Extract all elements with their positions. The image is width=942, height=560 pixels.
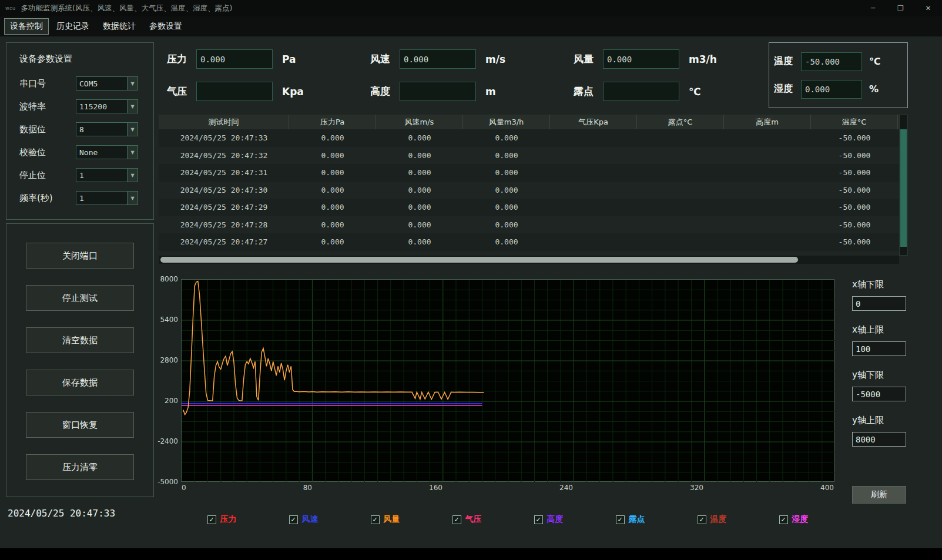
temperature-value-field[interactable]: -50.000 xyxy=(801,52,862,71)
tab-device-control[interactable]: 设备控制 xyxy=(4,18,49,35)
data-bits-select[interactable]: 8▼ xyxy=(76,122,138,136)
altitude-value-field[interactable] xyxy=(400,82,476,101)
baud-rate-select[interactable]: 115200▼ xyxy=(76,99,138,113)
reading-baro-pressure: 气压Kpa xyxy=(159,82,362,101)
cell xyxy=(724,182,811,199)
tab-settings[interactable]: 参数设置 xyxy=(143,18,188,35)
cell: 0.000 xyxy=(376,251,463,256)
save-data-button[interactable]: 保存数据 xyxy=(26,370,134,395)
cell: 2024/05/25 20:47:29 xyxy=(159,199,289,216)
axis-x-min: x轴下限0 xyxy=(852,279,908,311)
table-row[interactable]: 2024/05/25 20:47:330.0000.0000.000-50.00… xyxy=(159,129,899,147)
toggle-air-volume[interactable]: ✓风量 xyxy=(371,514,400,525)
chevron-down-icon[interactable]: ▼ xyxy=(127,77,138,90)
cell: -50.000 xyxy=(811,182,898,199)
column-header: 气压Kpa xyxy=(550,115,637,129)
reading-pressure: 压力0.000Pa xyxy=(159,49,362,69)
series-orange xyxy=(183,281,484,415)
stop-test-button[interactable]: 停止测试 xyxy=(26,285,134,311)
parity-select[interactable]: None▼ xyxy=(76,145,138,159)
stop-bits-select[interactable]: 1▼ xyxy=(76,168,138,182)
baro-pressure-value-field[interactable] xyxy=(196,82,273,101)
toggle-wind-speed[interactable]: ✓风速 xyxy=(289,514,319,525)
humidity-value-field[interactable]: 0.000 xyxy=(801,80,862,99)
table-row[interactable]: 2024/05/25 20:47:310.0000.0000.000-50.00… xyxy=(159,164,899,182)
toggle-dew-point[interactable]: ✓露点 xyxy=(616,514,645,525)
column-header: 压力Pa xyxy=(289,115,376,129)
table-row[interactable]: 2024/05/25 20:47:320.0000.0000.000-50.00… xyxy=(159,147,899,165)
y-tick-label: -5000 xyxy=(157,478,178,486)
clear-data-button[interactable]: 清空数据 xyxy=(26,327,134,353)
dew-point-value-field[interactable] xyxy=(603,82,679,101)
app-icon: wcu xyxy=(5,6,16,11)
table-row[interactable]: 2024/05/25 20:47:270.0000.0000.000-50.00… xyxy=(159,233,899,251)
wind-speed-value-field[interactable]: 0.000 xyxy=(400,49,476,69)
toggle-altitude[interactable]: ✓高度 xyxy=(534,514,564,525)
checkbox-icon[interactable]: ✓ xyxy=(779,515,788,524)
serial-port-select[interactable]: COM5▼ xyxy=(76,76,138,90)
table-row[interactable]: 2024/05/25 20:47:260.0000.0000.000-50.00… xyxy=(159,251,899,256)
horizontal-scrollbar[interactable] xyxy=(159,256,899,264)
tab-history[interactable]: 历史记录 xyxy=(51,18,95,35)
window-title: 多功能监测系统(风压、风速、风量、大气压、温度、湿度、露点) xyxy=(21,4,233,14)
pressure-value-field[interactable]: 0.000 xyxy=(196,49,273,69)
checkbox-icon[interactable]: ✓ xyxy=(289,515,298,524)
dew-point-label: 露点 xyxy=(565,85,603,98)
baro-pressure-unit: Kpa xyxy=(282,86,304,98)
wind-speed-label: 风速 xyxy=(362,52,400,66)
x-min-input[interactable]: 0 xyxy=(852,296,906,311)
field-frequency: 频率(秒)1▼ xyxy=(19,191,147,205)
frequency-select[interactable]: 1▼ xyxy=(76,191,138,205)
close-button[interactable]: ✕ xyxy=(914,0,942,16)
reading-dew-point: 露点℃ xyxy=(565,82,769,101)
y-max-input[interactable]: 8000 xyxy=(852,432,906,447)
vertical-scrollbar-thumb[interactable] xyxy=(900,129,907,247)
toggle-baro-pressure[interactable]: ✓气压 xyxy=(452,514,482,525)
chevron-down-icon[interactable]: ▼ xyxy=(127,146,138,159)
refresh-button[interactable]: 刷新 xyxy=(852,486,906,504)
y-min-input[interactable]: -5000 xyxy=(852,387,906,401)
cell: 0.000 xyxy=(376,233,463,251)
temperature-unit: ℃ xyxy=(869,56,880,67)
air-volume-value-field[interactable]: 0.000 xyxy=(603,49,679,69)
app-window: wcu 多功能监测系统(风压、风速、风量、大气压、温度、湿度、露点) ─ ❐ ✕… xyxy=(0,0,942,548)
cell: 0.000 xyxy=(376,216,463,234)
horizontal-scrollbar-thumb[interactable] xyxy=(160,257,798,263)
restore-window-button[interactable]: 窗口恢复 xyxy=(26,412,134,438)
frequency-value: 1 xyxy=(76,192,127,204)
checkbox-icon[interactable]: ✓ xyxy=(371,515,380,524)
cell: 0.000 xyxy=(463,164,550,182)
sidebar-buttons-panel: 关闭端口停止测试清空数据保存数据窗口恢复压力清零 xyxy=(6,223,154,497)
checkbox-icon[interactable]: ✓ xyxy=(452,515,461,524)
table-row[interactable]: 2024/05/25 20:47:290.0000.0000.000-50.00… xyxy=(159,199,899,216)
cell xyxy=(724,164,811,182)
table-row[interactable]: 2024/05/25 20:47:300.0000.0000.000-50.00… xyxy=(159,182,899,199)
close-port-button[interactable]: 关闭端口 xyxy=(26,243,134,269)
chevron-down-icon[interactable]: ▼ xyxy=(127,192,138,204)
chevron-down-icon[interactable]: ▼ xyxy=(127,169,138,182)
reading-air-volume: 风量0.000m3/h xyxy=(565,49,769,69)
cell xyxy=(637,129,724,147)
checkbox-icon[interactable]: ✓ xyxy=(698,515,706,524)
toggle-humidity[interactable]: ✓湿度 xyxy=(779,514,809,525)
vertical-scrollbar[interactable] xyxy=(899,115,908,256)
table-row[interactable]: 2024/05/25 20:47:280.0000.0000.000-50.00… xyxy=(159,216,899,234)
toggle-temperature[interactable]: ✓温度 xyxy=(698,514,727,525)
toggle-pressure[interactable]: ✓压力 xyxy=(207,514,237,525)
cell: -50.000 xyxy=(811,199,898,216)
minimize-button[interactable]: ─ xyxy=(859,0,887,16)
stop-bits-value: 1 xyxy=(76,169,127,182)
cell: 0.000 xyxy=(376,147,463,165)
maximize-button[interactable]: ❐ xyxy=(887,0,914,16)
tab-statistics[interactable]: 数据统计 xyxy=(97,18,142,35)
checkbox-icon[interactable]: ✓ xyxy=(616,515,625,524)
parity-label: 校验位 xyxy=(19,147,76,158)
checkbox-icon[interactable]: ✓ xyxy=(207,515,216,524)
checkbox-icon[interactable]: ✓ xyxy=(534,515,543,524)
cell: 0.000 xyxy=(289,147,376,165)
chevron-down-icon[interactable]: ▼ xyxy=(127,100,138,113)
table-viewport[interactable]: 测试时间压力Pa风速m/s风量m3/h气压Kpa露点°C高度m温度°C 2024… xyxy=(159,115,899,256)
x-max-input[interactable]: 100 xyxy=(852,341,906,356)
chevron-down-icon[interactable]: ▼ xyxy=(127,123,138,136)
zero-pressure-button[interactable]: 压力清零 xyxy=(26,454,134,480)
